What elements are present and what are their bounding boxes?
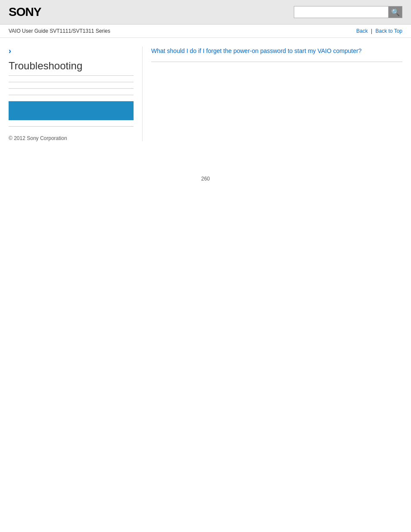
main-content: › Troubleshooting © 2012 Sony Corporatio… (0, 38, 411, 150)
sidebar-copyright: © 2012 Sony Corporation (9, 135, 134, 141)
guide-title: VAIO User Guide SVT1111/SVT1311 Series (9, 28, 110, 34)
sidebar: › Troubleshooting © 2012 Sony Corporatio… (9, 47, 142, 141)
back-to-top-link[interactable]: Back to Top (376, 28, 402, 34)
sidebar-title: Troubleshooting (9, 60, 134, 76)
search-icon: 🔍 (391, 8, 400, 16)
sidebar-divider-2 (9, 88, 134, 89)
nav-bar: VAIO User Guide SVT1111/SVT1311 Series B… (0, 25, 411, 38)
content-divider (151, 62, 402, 62)
nav-links: Back | Back to Top (356, 28, 402, 34)
search-input[interactable] (294, 6, 389, 18)
sidebar-highlight-block[interactable] (9, 101, 134, 120)
footer: 260 (0, 167, 411, 190)
content-area: What should I do if I forget the power-o… (142, 47, 402, 141)
sony-logo: SONY (9, 5, 41, 19)
content-link[interactable]: What should I do if I forget the power-o… (151, 47, 402, 56)
chevron-icon: › (9, 47, 134, 56)
back-link[interactable]: Back (356, 28, 368, 34)
nav-separator: | (371, 28, 374, 34)
sidebar-divider-3 (9, 95, 134, 95)
search-button[interactable]: 🔍 (389, 6, 402, 18)
header: SONY 🔍 (0, 0, 411, 25)
page-number: 260 (201, 176, 210, 182)
search-container: 🔍 (294, 6, 402, 18)
sidebar-divider-1 (9, 82, 134, 82)
sidebar-bottom-divider (9, 126, 134, 127)
